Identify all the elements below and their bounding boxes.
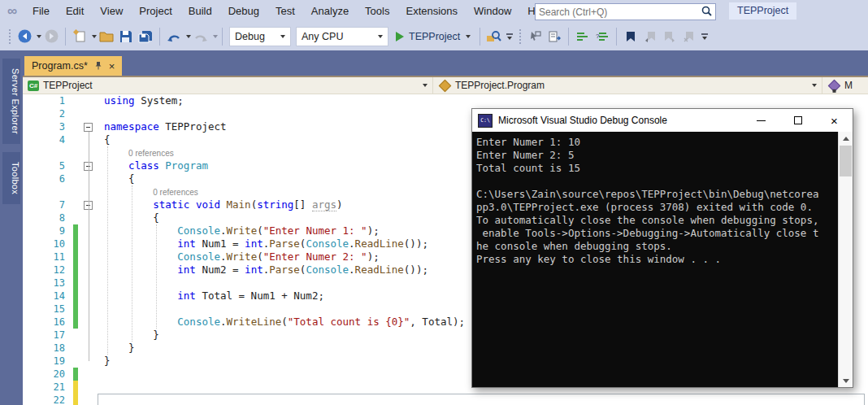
search-input[interactable] [536,7,701,18]
new-project-button[interactable] [70,27,89,46]
close-icon[interactable]: × [109,61,115,72]
menu-item-view[interactable]: View [92,0,131,22]
next-bookmark-button[interactable] [660,27,679,46]
redo-dropdown-icon[interactable] [213,35,218,38]
search-icon[interactable] [701,5,712,20]
side-panel-strip: Server ExplorerToolbox [0,50,23,405]
code-text[interactable]: Console.Write("Enter Numer 2: "); [96,250,380,263]
previous-bookmark-button[interactable] [640,27,660,46]
pin-icon[interactable] [94,59,102,73]
open-file-button[interactable] [97,27,116,46]
code-text[interactable] [96,303,104,316]
code-segment: } [104,355,111,367]
navigate-forward-button[interactable] [41,27,61,46]
list-members-button[interactable] [525,27,545,46]
code-text[interactable]: int Num2 = int.Parse(Console.ReadLine())… [96,263,428,277]
toolbar-options-caret-icon [702,37,707,40]
side-tab-toolbox[interactable]: Toolbox [2,152,20,204]
outline-margin [78,277,96,290]
code-text[interactable]: class Program [96,159,208,172]
codelens-references[interactable]: 0 references [153,188,198,197]
configuration-caret-icon [280,35,285,38]
code-segment: args [312,198,336,211]
code-text[interactable] [96,368,104,381]
line-number [23,185,73,198]
redo-button[interactable] [191,27,210,46]
codelens-references[interactable]: 0 references [128,149,174,158]
code-text[interactable]: } [96,355,111,368]
outline-margin [78,185,96,198]
signin-project-button[interactable]: TEPProject [729,2,796,20]
start-debugging-button[interactable]: TEPProject [396,27,471,46]
code-segment: [] [293,198,312,211]
menu-item-extensions[interactable]: Extensions [397,0,466,22]
code-text[interactable]: int Num1 = int.Parse(Console.ReadLine())… [96,237,428,250]
code-text[interactable]: { [96,172,135,185]
find-in-files-button[interactable] [484,27,504,46]
code-segment: WriteLine [227,316,282,328]
toolbar-drag-handle[interactable] [8,28,11,45]
save-button[interactable] [116,27,136,46]
toolbar-options-button[interactable] [699,27,710,46]
code-text[interactable]: Console.WriteLine("Total count is {0}", … [96,316,465,329]
menu-item-debug[interactable]: Debug [220,0,267,22]
save-all-button[interactable] [136,27,155,46]
console-scrollbar[interactable] [838,132,853,387]
menu-item-build[interactable]: Build [180,0,220,22]
code-text[interactable]: { [96,211,159,224]
minimize-button[interactable] [743,109,779,132]
close-button[interactable]: × [816,109,853,132]
menu-item-project[interactable]: Project [131,0,180,22]
line-number: 22 [23,394,73,405]
code-text[interactable]: } [96,329,159,342]
toolbar-options-button[interactable] [504,27,515,46]
navigation-bar: C# TEPProject TEPProject.Program M [23,77,868,94]
console-title-bar[interactable]: C:\ Microsoft Visual Studio Debug Consol… [472,109,853,132]
code-segment: "Enter Numer 1: " [263,224,367,237]
side-tab-server-explorer[interactable]: Server Explorer [2,59,20,144]
clear-bookmarks-button[interactable] [679,27,699,46]
scrollbar-thumb[interactable] [840,146,852,176]
uncomment-lines-button[interactable]: ? [592,27,612,46]
menu-item-analyze[interactable]: Analyze [303,0,357,22]
project-dropdown[interactable]: C# TEPProject [23,77,433,94]
navigate-backward-button[interactable] [15,27,34,46]
scroll-up-button[interactable] [839,132,853,145]
code-text[interactable]: namespace TEPProject [96,120,227,133]
undo-button[interactable] [164,27,184,46]
type-dropdown[interactable]: TEPProject.Program [433,77,822,94]
console-output[interactable]: Enter Numer 1: 10Enter Numer 2: 5Total c… [472,132,839,387]
comment-lines-button[interactable] [573,27,592,46]
start-dropdown-icon[interactable] [466,35,471,38]
menu-item-tools[interactable]: Tools [357,0,397,22]
menu-item-file[interactable]: File [24,0,58,22]
maximize-button[interactable] [779,109,816,132]
code-text[interactable]: { [96,133,111,146]
scroll-down-button[interactable] [839,374,853,387]
search-box[interactable] [535,3,716,20]
code-text[interactable]: using System; [96,94,184,107]
parameter-info-button[interactable] [545,27,564,46]
outline-margin [78,342,96,355]
code-text[interactable]: } [96,342,135,355]
toolbar-drag-handle[interactable] [519,28,522,45]
code-text[interactable]: Console.Write("Enter Numer 1: "); [96,224,380,237]
main-menu: FileEditViewProjectBuildDebugTestAnalyze… [24,0,558,22]
menu-item-test[interactable]: Test [267,0,303,22]
toolbar-separator [568,28,569,46]
solution-platform-select[interactable]: Any CPU [296,27,388,46]
code-text[interactable]: static void Main(string[] args) [96,198,343,211]
collapse-region-toggle[interactable] [84,123,93,132]
document-tab[interactable]: Program.cs* × [24,56,122,76]
solution-configuration-select[interactable]: Debug [229,27,291,46]
project-dropdown-value: TEPProject [43,80,420,91]
code-text[interactable] [96,277,104,290]
toggle-bookmark-button[interactable] [621,27,640,46]
code-text[interactable]: int Total = Num1 + Num2; [96,290,324,303]
code-text[interactable]: 0 references [96,185,198,198]
code-text[interactable] [96,381,104,394]
member-dropdown[interactable]: M [822,77,868,94]
code-text[interactable] [96,107,104,120]
menu-item-edit[interactable]: Edit [58,0,92,22]
menu-item-window[interactable]: Window [466,0,519,22]
